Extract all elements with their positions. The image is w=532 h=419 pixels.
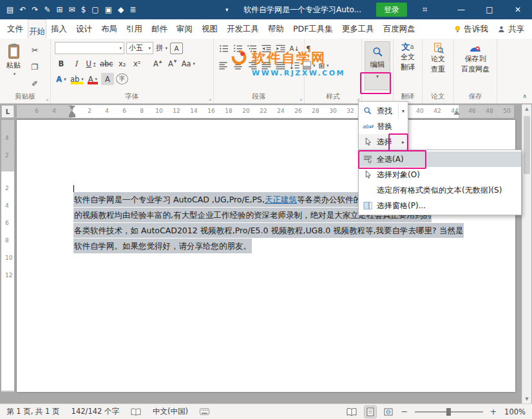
first-line-indent-marker[interactable]: [69, 106, 75, 110]
font-dialog-launcher[interactable]: ⌟: [209, 95, 211, 101]
vertical-scrollbar[interactable]: ▲ ▼: [522, 104, 531, 404]
char-shading-button[interactable]: A: [101, 73, 114, 85]
right-indent-marker[interactable]: [453, 111, 460, 115]
proofing-book-icon[interactable]: [131, 408, 141, 416]
open-folder-icon[interactable]: ▣: [105, 0, 112, 19]
tab-视图[interactable]: 视图: [197, 19, 222, 39]
text-effects-button[interactable]: A ▾: [55, 73, 68, 85]
collapse-ribbon-icon[interactable]: ∧: [522, 93, 527, 99]
mail-icon[interactable]: ✉: [69, 0, 75, 19]
tab-布局[interactable]: 布局: [97, 19, 122, 39]
paper-check-button[interactable]: 论文 查重: [424, 41, 452, 93]
zoom-percentage[interactable]: 100%: [504, 407, 526, 416]
highlight-color-button[interactable]: ab ▾: [70, 73, 84, 85]
word-count[interactable]: 142/142 个字: [71, 407, 119, 416]
tab-设计[interactable]: 设计: [71, 19, 97, 39]
clipboard-dialog-launcher[interactable]: ⌟: [46, 95, 48, 101]
qat-customize-icon[interactable]: ▾: [225, 0, 229, 19]
styles-dialog-launcher[interactable]: ⌟: [357, 95, 359, 101]
editing-dropdown-icon[interactable]: ▾: [376, 73, 379, 79]
spelling-icon[interactable]: ✎: [44, 0, 50, 19]
subscript-button[interactable]: x₂: [116, 57, 129, 70]
font-name-select[interactable]: ▾: [55, 42, 124, 54]
enclose-char-button[interactable]: 字: [116, 73, 128, 84]
copy-button[interactable]: ❐: [28, 61, 41, 73]
scroll-down-icon[interactable]: ▼: [522, 395, 531, 404]
strikethrough-button[interactable]: abc: [99, 57, 114, 70]
tab-审阅[interactable]: 审阅: [172, 19, 197, 39]
tab-帮助[interactable]: 帮助: [263, 19, 289, 39]
editing-button[interactable]: 编辑 ▾: [365, 41, 390, 90]
tab-插入[interactable]: 插入: [46, 19, 71, 39]
zoom-in-button[interactable]: +: [489, 407, 497, 416]
curr ency-icon[interactable]: $: [81, 0, 86, 19]
tab-引用[interactable]: 引用: [122, 19, 147, 39]
app-launcher-icon[interactable]: ▤: [6, 0, 14, 19]
language-indicator[interactable]: 中文(中国): [153, 407, 188, 416]
pinyin-guide-button[interactable]: 拼 ▾: [155, 42, 168, 54]
superscript-button[interactable]: x²: [131, 57, 144, 70]
scrollbar-thumb[interactable]: [524, 116, 530, 174]
minimize-button[interactable]: —: [447, 0, 475, 19]
hyperlink-tianzheng[interactable]: 天正建筑: [265, 195, 297, 204]
tab-文件[interactable]: 文件: [3, 19, 28, 39]
italic-button[interactable]: I: [70, 57, 82, 70]
paragraph-dialog-launcher[interactable]: ⌟: [299, 95, 302, 101]
align-left-button[interactable]: [217, 59, 230, 72]
keyboard-icon[interactable]: [200, 408, 209, 415]
tab-更多工具[interactable]: 更多工具: [337, 19, 379, 39]
paste-button[interactable]: 粘贴 ▾: [3, 41, 24, 92]
zoom-out-button[interactable]: −: [401, 407, 408, 416]
bullets-button[interactable]: [217, 43, 230, 55]
bold-button[interactable]: B: [55, 57, 68, 70]
left-indent-marker[interactable]: [69, 115, 75, 117]
submenu-item-select-all[interactable]: 全选(A): [359, 151, 521, 167]
change-case-button[interactable]: Aa ▾: [181, 57, 196, 70]
font-color-button[interactable]: A ▾: [86, 73, 99, 85]
tab-开发工具[interactable]: 开发工具: [222, 19, 263, 39]
zoom-slider[interactable]: [415, 407, 483, 416]
submenu-item-selection-pane[interactable]: 选择窗格(P)...: [359, 198, 521, 213]
tab-开始[interactable]: 开始: [28, 19, 46, 39]
underline-button[interactable]: U ▾: [84, 57, 97, 70]
close-button[interactable]: ✕: [504, 0, 532, 19]
zoom-thumb[interactable]: [446, 408, 451, 416]
tab-百度网盘[interactable]: 百度网盘: [379, 19, 420, 39]
find-dropdown-icon[interactable]: ▾: [398, 103, 404, 119]
format-painter-button[interactable]: ✐: [28, 77, 41, 90]
web-layout-button[interactable]: [383, 406, 394, 418]
print-layout-button[interactable]: [365, 406, 376, 418]
tab-stop-selector[interactable]: L: [1, 105, 14, 118]
cut-button[interactable]: ✂: [28, 44, 41, 56]
login-button[interactable]: 登录: [376, 3, 407, 17]
menu-item-select[interactable]: 选择 ▸: [359, 134, 408, 150]
char-border-button[interactable]: A: [170, 43, 183, 54]
new-doc-icon[interactable]: ▢: [91, 0, 99, 19]
select-flyout-icon[interactable]: ▸: [399, 134, 404, 150]
table-icon[interactable]: ⊞: [57, 0, 63, 19]
scroll-up-icon[interactable]: ▲: [522, 104, 531, 113]
bookshelf-icon[interactable]: ⌗: [423, 0, 427, 19]
save-to-netdisk-button[interactable]: 保存到 百度网盘: [455, 41, 495, 93]
read-mode-button[interactable]: [345, 406, 358, 418]
grow-font-button[interactable]: A ▲: [151, 57, 164, 70]
submenu-item-select-similar-formatting[interactable]: 选定所有格式类似的文本(无数据)(S): [359, 182, 521, 198]
tab-share[interactable]: 共享: [495, 24, 527, 35]
menu-item-replace[interactable]: ab⇄ 替换: [359, 119, 408, 134]
vertical-ruler[interactable]: 4224681012: [1, 120, 14, 392]
maximize-button[interactable]: □: [475, 0, 504, 19]
page-indicator[interactable]: 第 1 页, 共 1 页: [6, 407, 60, 416]
full-translate-button[interactable]: 文a 全文 翻译: [395, 41, 421, 93]
tab-tell-me[interactable]: 告诉我: [451, 24, 491, 35]
redo-icon[interactable]: ↷: [32, 0, 38, 19]
font-size-select[interactable]: 小五 ▾: [126, 42, 153, 54]
shrink-font-button[interactable]: A ▼: [166, 57, 179, 70]
undo-icon[interactable]: ↶: [19, 0, 26, 19]
submenu-item-select-objects[interactable]: 选择对象(O): [359, 167, 521, 182]
horizontal-ruler[interactable]: 6422468101214161820222426283032343638404…: [17, 105, 514, 118]
save-icon[interactable]: ◆: [118, 0, 124, 19]
menu-item-find[interactable]: 查找 ▾: [359, 103, 408, 119]
tab-PDF工具集[interactable]: PDF工具集: [289, 19, 337, 39]
tab-邮件[interactable]: 邮件: [147, 19, 172, 39]
print-icon[interactable]: ≣: [129, 0, 136, 19]
